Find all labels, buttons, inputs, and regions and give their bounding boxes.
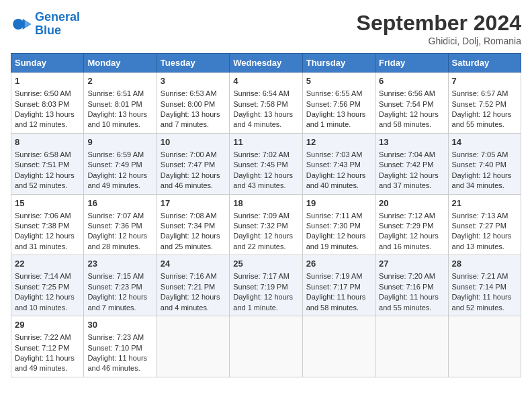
day-info-line: and 55 minutes. xyxy=(379,303,444,313)
day-info-line: Daylight: 12 hours xyxy=(161,292,226,302)
day-number: 18 xyxy=(233,197,298,210)
day-info-line: Sunrise: 6:55 AM xyxy=(306,89,371,99)
day-info-line: Daylight: 12 hours xyxy=(233,231,298,241)
day-number: 28 xyxy=(452,258,517,270)
day-number: 29 xyxy=(15,319,80,331)
day-info-line: Sunrise: 7:04 AM xyxy=(379,150,444,160)
day-info-line: and 10 minutes. xyxy=(87,120,152,130)
day-info-line: Sunset: 7:36 PM xyxy=(87,221,152,231)
calendar-cell: 27Sunrise: 7:20 AMSunset: 7:16 PMDayligh… xyxy=(375,255,448,316)
svg-point-0 xyxy=(13,19,24,30)
day-info-line: and 1 minute. xyxy=(233,303,298,313)
day-info-line: Sunrise: 7:23 AM xyxy=(87,332,152,342)
calendar-cell: 16Sunrise: 7:07 AMSunset: 7:36 PMDayligh… xyxy=(84,194,157,255)
day-info-line: and 31 minutes. xyxy=(15,242,80,252)
day-info-line: Sunrise: 7:06 AM xyxy=(15,211,80,221)
day-info-line: Daylight: 11 hours xyxy=(379,292,444,302)
day-number: 6 xyxy=(379,75,444,87)
day-info-line: Sunrise: 7:14 AM xyxy=(15,271,80,281)
day-info-line: Daylight: 13 hours xyxy=(87,109,152,120)
calendar-cell xyxy=(230,316,302,377)
day-info-line: and 58 minutes. xyxy=(306,303,371,313)
calendar-week-row: 15Sunrise: 7:06 AMSunset: 7:38 PMDayligh… xyxy=(11,194,521,255)
day-info-line: Sunset: 7:40 PM xyxy=(452,160,517,170)
day-info-line: Sunset: 7:54 PM xyxy=(379,99,444,109)
calendar-cell: 21Sunrise: 7:13 AMSunset: 7:27 PMDayligh… xyxy=(448,194,521,255)
day-number: 2 xyxy=(87,75,152,87)
day-number: 20 xyxy=(379,197,444,210)
calendar-cell: 19Sunrise: 7:11 AMSunset: 7:30 PMDayligh… xyxy=(302,194,375,255)
day-number: 1 xyxy=(15,75,80,87)
day-info-line: Sunrise: 7:16 AM xyxy=(161,271,226,281)
day-info-line: Sunset: 7:52 PM xyxy=(452,99,517,109)
calendar-cell: 23Sunrise: 7:15 AMSunset: 7:23 PMDayligh… xyxy=(84,255,157,316)
day-info-line: Sunset: 7:21 PM xyxy=(161,282,226,292)
day-number: 30 xyxy=(87,319,152,331)
day-info-line: Sunset: 8:00 PM xyxy=(161,99,226,109)
day-number: 15 xyxy=(15,197,80,210)
day-info-line: Daylight: 12 hours xyxy=(161,171,226,181)
calendar-week-row: 29Sunrise: 7:22 AMSunset: 7:12 PMDayligh… xyxy=(11,316,521,377)
day-info-line: and 13 minutes. xyxy=(452,242,517,252)
day-header-tuesday: Tuesday xyxy=(157,54,229,73)
day-info-line: Daylight: 11 hours xyxy=(306,292,371,302)
day-info-line: Daylight: 12 hours xyxy=(15,292,80,302)
day-info-line: Sunset: 7:45 PM xyxy=(233,160,298,170)
day-info-line: and 10 minutes. xyxy=(15,303,80,313)
calendar-cell xyxy=(448,316,521,377)
day-info-line: and 34 minutes. xyxy=(452,181,517,191)
day-info-line: Sunrise: 7:17 AM xyxy=(233,271,298,281)
day-header-saturday: Saturday xyxy=(448,54,521,73)
calendar-cell: 17Sunrise: 7:08 AMSunset: 7:34 PMDayligh… xyxy=(157,194,229,255)
day-info-line: and 46 minutes. xyxy=(87,363,152,373)
day-info-line: Sunrise: 7:08 AM xyxy=(161,211,226,221)
day-info-line: and 49 minutes. xyxy=(87,181,152,191)
day-number: 25 xyxy=(233,258,298,270)
day-number: 27 xyxy=(379,258,444,270)
day-info-line: Sunset: 7:47 PM xyxy=(161,160,226,170)
calendar-cell: 28Sunrise: 7:21 AMSunset: 7:14 PMDayligh… xyxy=(448,255,521,316)
calendar-cell: 18Sunrise: 7:09 AMSunset: 7:32 PMDayligh… xyxy=(230,194,302,255)
day-info-line: Sunrise: 6:59 AM xyxy=(87,150,152,160)
day-info-line: Sunrise: 7:07 AM xyxy=(87,211,152,221)
calendar-week-row: 8Sunrise: 6:58 AMSunset: 7:51 PMDaylight… xyxy=(11,133,521,194)
day-number: 14 xyxy=(452,136,517,148)
day-info-line: and 52 minutes. xyxy=(452,303,517,313)
day-header-thursday: Thursday xyxy=(302,54,375,73)
title-block: September 2024 Ghidici, Dolj, Romania xyxy=(357,11,521,46)
day-info-line: and 25 minutes. xyxy=(161,242,226,252)
day-info-line: Sunset: 8:03 PM xyxy=(15,99,80,109)
day-info-line: and 58 minutes. xyxy=(379,120,444,130)
day-info-line: and 4 minutes. xyxy=(161,303,226,313)
day-number: 7 xyxy=(452,75,517,87)
day-info-line: Sunset: 8:01 PM xyxy=(87,99,152,109)
day-info-line: Daylight: 11 hours xyxy=(87,353,152,363)
day-info-line: and 7 minutes. xyxy=(87,303,152,313)
day-info-line: Sunrise: 6:53 AM xyxy=(161,89,226,99)
calendar-cell: 22Sunrise: 7:14 AMSunset: 7:25 PMDayligh… xyxy=(11,255,84,316)
calendar-week-row: 22Sunrise: 7:14 AMSunset: 7:25 PMDayligh… xyxy=(11,255,521,316)
day-info-line: Daylight: 12 hours xyxy=(15,231,80,241)
day-info-line: and 43 minutes. xyxy=(233,181,298,191)
day-number: 16 xyxy=(87,197,152,210)
calendar-cell: 24Sunrise: 7:16 AMSunset: 7:21 PMDayligh… xyxy=(157,255,229,316)
day-info-line: Daylight: 13 hours xyxy=(161,109,226,120)
day-info-line: Sunset: 7:29 PM xyxy=(379,221,444,231)
day-info-line: Sunset: 7:27 PM xyxy=(452,221,517,231)
day-info-line: and 7 minutes. xyxy=(161,120,226,130)
day-info-line: and 46 minutes. xyxy=(161,181,226,191)
day-info-line: Daylight: 13 hours xyxy=(306,109,371,120)
month-title: September 2024 xyxy=(357,11,521,36)
day-info-line: and 40 minutes. xyxy=(306,181,371,191)
calendar-cell xyxy=(157,316,229,377)
calendar-cell xyxy=(375,316,448,377)
day-number: 17 xyxy=(161,197,226,210)
day-info-line: Sunrise: 7:19 AM xyxy=(306,271,371,281)
calendar-cell: 10Sunrise: 7:00 AMSunset: 7:47 PMDayligh… xyxy=(157,133,229,194)
day-info-line: Sunrise: 6:51 AM xyxy=(87,89,152,99)
day-info-line: and 19 minutes. xyxy=(306,242,371,252)
day-info-line: Sunrise: 7:11 AM xyxy=(306,211,371,221)
day-number: 10 xyxy=(161,136,226,148)
day-info-line: Sunset: 7:10 PM xyxy=(87,343,152,353)
day-info-line: and 37 minutes. xyxy=(379,181,444,191)
